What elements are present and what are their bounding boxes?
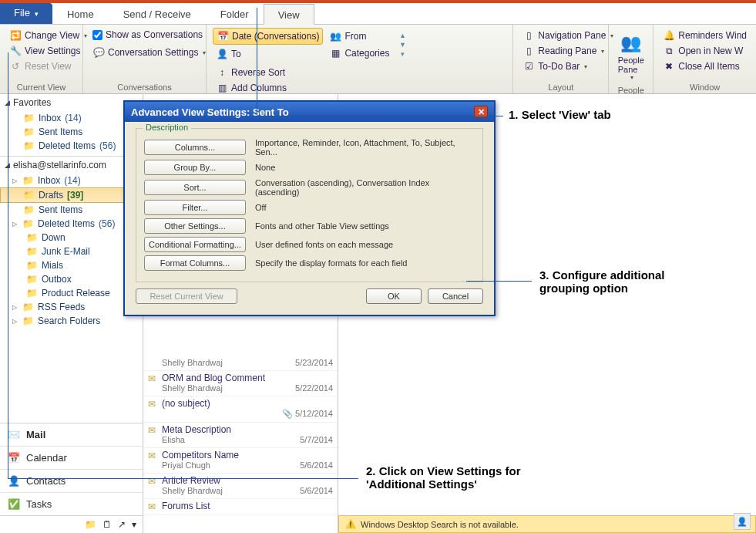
reset-view-button[interactable]: ↺Reset View	[6, 59, 74, 74]
tasks-icon: ✅	[8, 498, 20, 510]
arrange-date-button[interactable]: 📅Date (Conversations)	[213, 28, 323, 45]
message-item[interactable]: (no subject)📎 5/12/2014	[143, 396, 338, 423]
search-warning-bar: ⚠️ Windows Desktop Search is not availab…	[338, 515, 756, 533]
mail-icon	[148, 425, 156, 436]
reset-current-view-button[interactable]: Reset Current View	[136, 288, 237, 304]
folder-icon: 📁	[23, 204, 35, 215]
tab-view[interactable]: View	[264, 4, 314, 25]
message-item[interactable]: Article ReviewShelly Bhardwaj 5/6/2014	[143, 474, 338, 499]
open-new-window-button[interactable]: ⧉Open in New W	[660, 43, 746, 59]
view-settings-button[interactable]: 🔧View Settings	[6, 43, 84, 59]
expand-icon[interactable]: ▷	[12, 221, 17, 228]
expand-gallery-icon[interactable]: ▾	[401, 50, 405, 58]
reminders-window-button[interactable]: 🔔Reminders Wind	[660, 28, 750, 43]
nav-item[interactable]: ▷📁Inbox (14)	[0, 174, 143, 187]
folder-icon[interactable]: 📁	[85, 519, 96, 530]
nav-item[interactable]: ▷📁Deleted Items (56)	[0, 217, 143, 231]
folder-icon: 📁	[26, 288, 38, 299]
nav-item[interactable]: 📁Junk E-Mail	[0, 245, 143, 258]
message-item[interactable]: Meta DescriptionElisha 5/7/2014	[143, 423, 338, 448]
group-label: Conversations	[89, 83, 200, 92]
arrange-categories-button[interactable]: ▦Categories	[326, 46, 392, 61]
nav-contacts[interactable]: 👤Contacts	[0, 469, 143, 492]
settings-icon: 🔧	[9, 45, 22, 57]
account-header[interactable]: ◢elisha@stellarinfo.com	[0, 157, 143, 174]
group-label: Current View	[6, 83, 76, 92]
notes-icon[interactable]: 🗒	[102, 519, 112, 530]
scroll-down-icon[interactable]: ▼	[399, 41, 406, 49]
dialog-option-button[interactable]: Filter...	[144, 200, 246, 215]
message-item[interactable]: Competitors NamePriyal Chugh 5/6/2014	[143, 448, 338, 474]
fav-item[interactable]: 📁Deleted Items (56)	[0, 139, 143, 153]
folder-icon: 📁	[23, 190, 35, 201]
folder-icon: 📁	[26, 232, 38, 243]
scroll-up-icon[interactable]: ▲	[399, 32, 406, 39]
reset-icon: ↺	[9, 60, 22, 73]
arrange-to-button[interactable]: 👤To	[213, 46, 323, 62]
conversation-settings-button[interactable]: 💬Conversation Settings▾	[89, 45, 209, 60]
dialog-option-desc: Specify the display formats for each fie…	[255, 258, 475, 268]
nav-item[interactable]: ▷📁RSS Feeds	[0, 300, 143, 314]
fav-item[interactable]: 📁Sent Items	[0, 125, 143, 139]
change-view-button[interactable]: 🔁Change View▾	[6, 28, 90, 43]
cancel-button[interactable]: Cancel	[428, 288, 483, 304]
arrange-from-button[interactable]: 👥From	[326, 29, 392, 44]
navpane-icon: ▯	[522, 29, 535, 42]
annotation-line	[466, 281, 532, 282]
message-item[interactable]: Forums List	[143, 499, 338, 515]
add-columns-button[interactable]: ▥Add Columns	[213, 80, 312, 96]
navigation-pane-button[interactable]: ▯Navigation Pane▾	[519, 28, 617, 43]
nav-calendar[interactable]: 📅Calendar	[0, 446, 143, 469]
tab-home[interactable]: Home	[52, 3, 109, 24]
date-icon: 📅	[217, 30, 229, 42]
advanced-view-settings-dialog: Advanced View Settings: Sent To ✕ Descri…	[123, 100, 496, 316]
dialog-option-button[interactable]: Group By...	[144, 160, 246, 175]
dialog-option-desc: User defined fonts on each message	[255, 240, 475, 249]
shortcuts-icon[interactable]: ↗	[118, 519, 126, 530]
tab-send-receive[interactable]: Send / Receive	[109, 3, 206, 24]
conv-icon: 💬	[92, 46, 105, 59]
dialog-titlebar[interactable]: Advanced View Settings: Sent To ✕	[125, 102, 494, 122]
tab-folder[interactable]: Folder	[206, 3, 264, 24]
annotation-line	[8, 52, 8, 478]
dialog-option-button[interactable]: Sort...	[144, 180, 246, 195]
reverse-sort-button[interactable]: ↕Reverse Sort	[213, 65, 312, 80]
ok-button[interactable]: OK	[366, 288, 422, 304]
folder-icon: 📁	[23, 127, 35, 137]
mail-icon	[148, 450, 156, 461]
nav-item[interactable]: 📁Drafts [39]	[0, 187, 143, 203]
expand-icon[interactable]: ▷	[12, 318, 17, 325]
favorites-header[interactable]: ◢Favorites	[0, 94, 143, 111]
tab-file[interactable]: File	[0, 3, 52, 24]
nav-item[interactable]: 📁Down	[0, 231, 143, 245]
message-item[interactable]: ORM and Blog CommentShelly Bhardwaj 5/22…	[143, 371, 338, 396]
dialog-option-button[interactable]: Format Columns...	[144, 255, 246, 271]
close-all-items-button[interactable]: ✖Close All Items	[660, 59, 742, 74]
nav-item[interactable]: 📁Outbox	[0, 272, 143, 286]
people-pane-button[interactable]: 👥 People Pane▾	[615, 28, 647, 84]
message-item[interactable]: Shelly Bhardwaj 5/23/2014	[143, 356, 338, 371]
expand-icon[interactable]: ▷	[12, 304, 17, 311]
reading-pane-button[interactable]: ▯Reading Pane▾	[519, 43, 607, 59]
nav-item[interactable]: ▷📁Search Folders	[0, 314, 143, 328]
nav-item[interactable]: 📁Mials	[0, 258, 143, 272]
nav-item[interactable]: 📁Product Release	[0, 286, 143, 300]
configure-icon[interactable]: ▾	[132, 519, 136, 530]
todo-bar-button[interactable]: ☑To-Do Bar▾	[519, 59, 590, 74]
show-as-conversations-checkbox[interactable]: Show as Conversations	[89, 28, 206, 42]
people-icon: 👥	[619, 31, 643, 56]
dialog-option-button[interactable]: Columns...	[144, 140, 246, 155]
expand-icon[interactable]: ▷	[12, 177, 17, 184]
nav-tasks[interactable]: ✅Tasks	[0, 492, 143, 515]
fav-item[interactable]: 📁Inbox (14)	[0, 111, 143, 125]
dialog-option-desc: Off	[255, 203, 475, 212]
avatar-icon[interactable]: 👤	[734, 513, 751, 530]
categories-icon: ▦	[329, 47, 341, 59]
group-label: Layout	[519, 83, 602, 92]
nav-mail[interactable]: ✉️Mail	[0, 423, 143, 446]
dialog-option-button[interactable]: Conditional Formatting...	[144, 237, 246, 252]
bell-icon: 🔔	[663, 29, 675, 42]
nav-item[interactable]: 📁Sent Items	[0, 203, 143, 217]
mail-icon: ✉️	[8, 429, 20, 440]
dialog-option-button[interactable]: Other Settings...	[144, 218, 246, 234]
